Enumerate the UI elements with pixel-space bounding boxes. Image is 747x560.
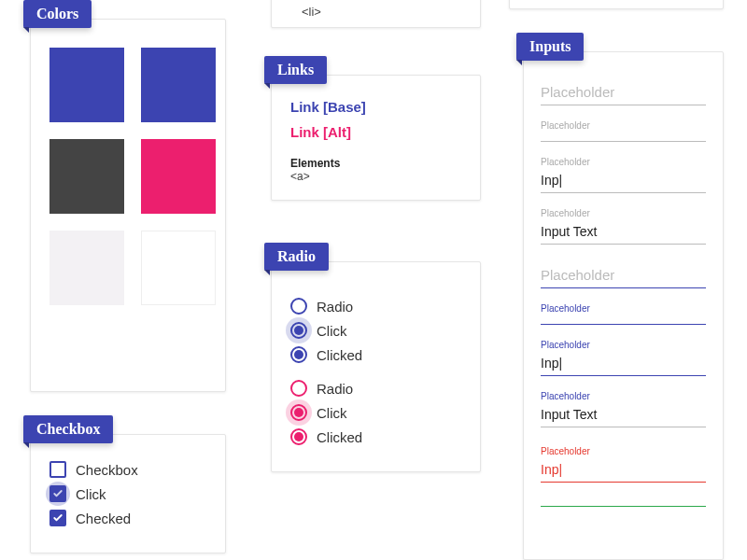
input-value: Input Text [541, 220, 706, 245]
input-empty [541, 133, 706, 142]
color-swatch [49, 231, 124, 305]
checkbox-item[interactable]: Checked [49, 510, 206, 526]
checkbox-panel: Checkbox Click Checked [30, 434, 226, 553]
input-empty [541, 497, 706, 507]
radio-item[interactable]: Click [290, 322, 461, 339]
radio-panel: Radio Click Clicked Radio Click Clicked [271, 261, 481, 472]
radio-label: Clicked [317, 429, 362, 445]
elements-heading: Elements [290, 157, 461, 170]
checkbox-box-icon [49, 510, 66, 526]
radio-label: Radio [317, 381, 353, 397]
color-swatch [141, 231, 216, 305]
radio-circle-icon [290, 298, 307, 315]
radio-circle-icon [290, 404, 307, 421]
input-floating-label: Placeholder [541, 208, 706, 218]
checkbox-label: Checked [76, 511, 131, 526]
checkbox-item[interactable]: Checkbox [49, 461, 206, 478]
color-swatch [141, 48, 216, 122]
input-value: Inp| [541, 352, 706, 376]
panel-stub [509, 0, 724, 9]
input-empty [541, 315, 706, 325]
radio-label: Click [317, 323, 347, 339]
elements-body: <a> [290, 170, 461, 183]
radio-circle-icon [290, 346, 307, 363]
radio-item[interactable]: Click [290, 404, 461, 421]
checkbox-box-icon [49, 461, 66, 478]
color-swatch [49, 139, 124, 214]
radio-label: Radio [317, 299, 353, 315]
color-swatch [141, 139, 216, 214]
input-placeholder: Placeholder [541, 263, 706, 288]
input-field[interactable]: Placeholder Inp| [541, 340, 706, 376]
input-field[interactable]: Placeholder [541, 303, 706, 325]
section-title-checkbox: Checkbox [23, 415, 113, 443]
input-field[interactable]: Placeholder Input Text [541, 391, 706, 427]
link-base[interactable]: Link [Base] [290, 99, 461, 115]
section-title-links: Links [264, 56, 327, 84]
inputs-panel: Placeholder Placeholder Placeholder Inp|… [523, 51, 724, 560]
colors-panel [30, 19, 226, 392]
input-value: Inp| [541, 169, 706, 193]
input-field[interactable]: Placeholder Input Text [541, 208, 706, 245]
radio-dot-icon [294, 408, 303, 417]
input-floating-label: Placeholder [541, 340, 706, 350]
input-value: Inp| [541, 458, 706, 483]
radio-item[interactable]: Clicked [290, 346, 461, 363]
input-field[interactable] [541, 497, 706, 507]
section-title-colors: Colors [23, 0, 92, 28]
link-alt[interactable]: Link [Alt] [290, 124, 461, 140]
checkbox-label: Click [76, 486, 106, 502]
input-field[interactable]: Placeholder Inp| [541, 446, 706, 483]
input-value: Input Text [541, 403, 706, 427]
input-field[interactable]: Placeholder [541, 80, 706, 105]
section-title-radio: Radio [264, 243, 329, 271]
input-floating-label: Placeholder [541, 446, 706, 456]
code-li: <li> [302, 4, 461, 21]
radio-dot-icon [294, 432, 303, 441]
checkbox-label: Checkbox [76, 462, 138, 478]
radio-item[interactable]: Clicked [290, 428, 461, 445]
input-placeholder: Placeholder [541, 80, 706, 105]
radio-label: Clicked [317, 347, 362, 363]
radio-circle-icon [290, 322, 307, 339]
input-floating-label: Placeholder [541, 120, 706, 131]
links-panel: Link [Base] Link [Alt] Elements <a> [271, 75, 481, 201]
input-field[interactable]: Placeholder Inp| [541, 157, 706, 193]
color-swatch [49, 48, 124, 122]
radio-circle-icon [290, 428, 307, 445]
radio-label: Click [317, 405, 347, 421]
radio-dot-icon [294, 350, 303, 359]
radio-circle-icon [290, 380, 307, 397]
list-elements-panel: <ol> <li> [271, 0, 481, 28]
section-title-inputs: Inputs [516, 33, 584, 61]
input-floating-label: Placeholder [541, 391, 706, 401]
checkbox-item[interactable]: Click [49, 485, 206, 502]
radio-dot-icon [294, 326, 303, 335]
input-floating-label: Placeholder [541, 303, 706, 314]
input-field[interactable]: Placeholder [541, 263, 706, 288]
radio-item[interactable]: Radio [290, 380, 461, 397]
input-field[interactable]: Placeholder [541, 120, 706, 142]
radio-item[interactable]: Radio [290, 298, 461, 315]
input-floating-label: Placeholder [541, 157, 706, 167]
checkbox-box-icon [49, 485, 66, 502]
